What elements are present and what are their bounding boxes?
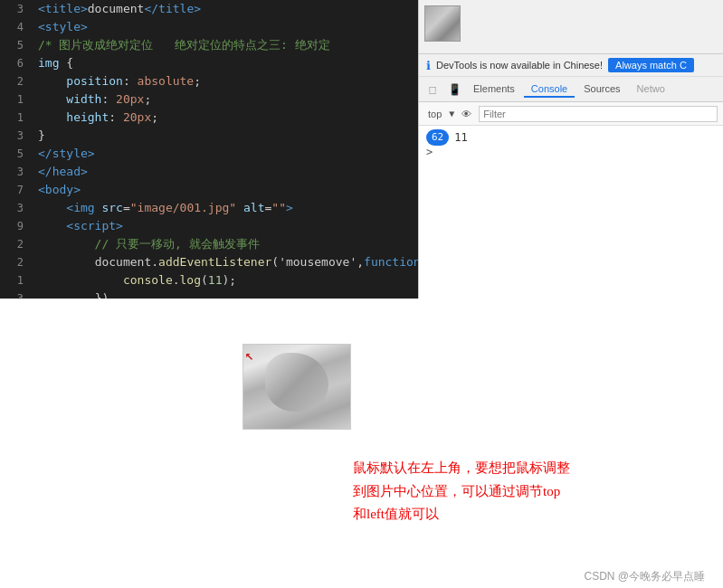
code-line: 5/* 图片改成绝对定位 绝对定位的特点之三: 绝对定 [0,36,418,54]
code-line: 4<style> [0,18,418,36]
code-line: 1 console.log(11); [0,271,418,289]
csdn-watermark: CSDN @今晚务必早点睡 [584,569,705,584]
horse-thumbnail [424,5,461,42]
main-content-area: ↖ 鼠标默认在左上角，要想把鼠标调整 到图片中心位置，可以通过调节top 和le… [0,299,723,588]
code-line: 3} [0,127,418,145]
code-line: 6img { [0,54,418,72]
code-line: 2 document.addEventListener('mousemove',… [0,253,418,271]
caption-line-3: 和left值就可以 [353,503,642,526]
code-line: 5</style> [0,145,418,163]
code-line: 3<title>document</title> [0,0,418,18]
log-count-badge: 62 [426,129,449,146]
code-line: 7<body> [0,181,418,199]
chinese-caption: 鼠标默认在左上角，要想把鼠标调整 到图片中心位置，可以通过调节top 和left… [353,457,642,526]
console-top-selector[interactable]: top [424,109,445,119]
horse-image-container: ↖ [243,344,351,430]
console-log-line: 62 11 [426,129,716,146]
code-line: 3 }) [0,289,418,299]
caption-line-1: 鼠标默认在左上角，要想把鼠标调整 [353,457,642,480]
console-prompt[interactable]: > [426,146,716,158]
info-icon: ℹ [426,59,431,72]
code-line: 3</head> [0,163,418,181]
caption-line-2: 到图片中心位置，可以通过调节top [353,480,642,504]
console-toolbar: top ▼ 👁 [419,102,723,126]
always-match-button[interactable]: Always match C [608,58,694,72]
console-output: 62 11 > [419,126,723,299]
inspect-icon[interactable]: ⬚ [423,80,442,100]
eye-filter-icon[interactable]: 👁 [458,109,475,119]
code-line: 1 height: 20px; [0,109,418,127]
code-line: 1 width: 20px; [0,90,418,109]
tab-sources[interactable]: Sources [576,81,627,98]
devtools-top-area [419,0,723,54]
code-line: 9 <script> [0,217,418,235]
log-value: 11 [454,129,467,146]
devtools-tabs-bar: ⬚ 📱 Elements Console Sources Netwo [419,77,723,102]
console-top-arrow[interactable]: ▼ [449,109,454,119]
notification-text: DevTools is now available in Chinese! [436,60,603,71]
horse-image: ↖ [243,344,351,430]
code-editor: 3<title>document</title>4<style>5/* 图片改成… [0,0,418,299]
tab-elements[interactable]: Elements [466,81,522,98]
devtools-notification: ℹ DevTools is now available in Chinese! … [419,54,723,77]
code-line: 2 // 只要一移动, 就会触发事件 [0,235,418,253]
tab-console[interactable]: Console [524,81,575,98]
code-line: 3 <img src="image/001.jpg" alt=""> [0,199,418,217]
mouse-cursor-icon: ↖ [245,346,254,364]
devtools-panel: ℹ DevTools is now available in Chinese! … [418,0,723,299]
console-filter-input[interactable] [479,106,718,122]
code-line: 2 position: absolute; [0,72,418,90]
tab-network[interactable]: Netwo [630,81,672,98]
device-icon[interactable]: 📱 [444,80,464,100]
